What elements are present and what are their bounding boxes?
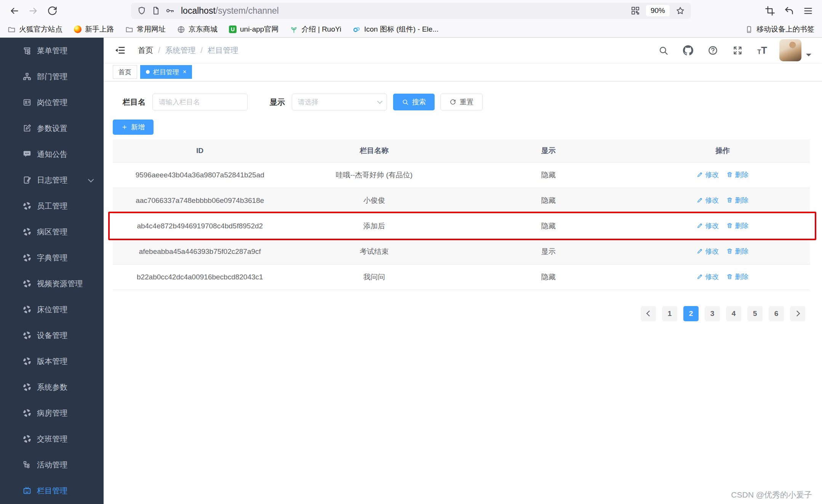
shield-icon[interactable] bbox=[137, 6, 146, 15]
folder-icon bbox=[8, 26, 16, 33]
plus-icon bbox=[122, 124, 128, 130]
page-3-button[interactable]: 3 bbox=[705, 306, 720, 321]
back-button[interactable] bbox=[6, 3, 22, 19]
bookmark-getting-started[interactable]: 新手上路 bbox=[74, 24, 114, 34]
edit-link[interactable]: 修改 bbox=[697, 221, 719, 230]
guide-icon bbox=[23, 383, 31, 391]
delete-link[interactable]: 删除 bbox=[726, 247, 748, 256]
qr-code-icon[interactable] bbox=[631, 6, 640, 15]
breadcrumb-item[interactable]: 首页 bbox=[138, 45, 153, 56]
cell-name: 添加后 bbox=[287, 213, 462, 239]
sidebar-item-menu-management[interactable]: 菜单管理 bbox=[0, 38, 104, 64]
edit-link[interactable]: 修改 bbox=[697, 196, 719, 205]
sidebar-item-notice-management[interactable]: 通知公告 bbox=[0, 141, 104, 167]
channel-table: ID栏目名称显示操作 9596aeee43b04a36a9807a52841b2… bbox=[113, 139, 810, 290]
sidebar-item-dept-management[interactable]: 部门管理 bbox=[0, 64, 104, 89]
sidebar-item-post-management[interactable]: 岗位管理 bbox=[0, 89, 104, 115]
sidebar-item-device-management[interactable]: 设备管理 bbox=[0, 322, 104, 348]
page-icon[interactable] bbox=[151, 6, 160, 15]
page-1-button[interactable]: 1 bbox=[662, 306, 677, 321]
reload-button[interactable] bbox=[44, 3, 60, 19]
avatar-dropdown-caret[interactable] bbox=[806, 54, 811, 59]
bookmark-jd-mall[interactable]: 京东商城 bbox=[177, 24, 217, 34]
bookmark-firefox-official[interactable]: 火狐官方站点 bbox=[8, 24, 62, 34]
sidebar-item-version-management[interactable]: 版本管理 bbox=[0, 348, 104, 374]
breadcrumb-item[interactable]: 系统管理 bbox=[165, 45, 196, 56]
select-placeholder: 请选择 bbox=[298, 97, 318, 107]
top-navbar: 首页/系统管理/栏目管理 TT bbox=[104, 38, 822, 63]
edit-link[interactable]: 修改 bbox=[697, 247, 719, 256]
column-header: 操作 bbox=[636, 139, 810, 162]
sidebar-item-video-resource-management[interactable]: 视频资源管理 bbox=[0, 271, 104, 297]
delete-link[interactable]: 删除 bbox=[726, 221, 748, 230]
bookmark-mobile-bookmarks[interactable]: 移动设备上的书签 bbox=[745, 24, 814, 34]
close-icon[interactable]: × bbox=[183, 69, 186, 75]
url-bar[interactable]: localhost/system/channel 90% bbox=[131, 3, 691, 19]
prev-page-button[interactable] bbox=[641, 306, 656, 321]
tag-channel-management[interactable]: 栏目管理× bbox=[140, 65, 192, 79]
sidebar-item-dict-management[interactable]: 字典管理 bbox=[0, 245, 104, 271]
add-button[interactable]: 新增 bbox=[113, 120, 154, 135]
url-host: localhost bbox=[181, 6, 216, 16]
fold-sidebar-icon[interactable] bbox=[114, 45, 126, 56]
next-page-button[interactable] bbox=[790, 306, 805, 321]
github-icon[interactable] bbox=[683, 45, 693, 56]
forward-button[interactable] bbox=[25, 3, 41, 19]
display-select[interactable]: 请选择 bbox=[292, 94, 387, 110]
bookmark-label: 新手上路 bbox=[85, 24, 114, 34]
page-5-button[interactable]: 5 bbox=[747, 306, 763, 321]
globe-icon bbox=[177, 26, 185, 33]
cell-display: 显示 bbox=[461, 239, 636, 264]
table-row: afebeabba45a446393b75f02c287a9cf考试结束显示修改… bbox=[113, 239, 810, 264]
help-icon[interactable] bbox=[708, 45, 718, 56]
breadcrumb-separator: / bbox=[158, 46, 160, 55]
sidebar-item-room-management[interactable]: 病房管理 bbox=[0, 400, 104, 426]
reset-button[interactable]: 重置 bbox=[440, 94, 483, 110]
cell-display: 隐藏 bbox=[461, 264, 636, 290]
zoom-level-badge[interactable]: 90% bbox=[646, 5, 670, 16]
page-6-button[interactable]: 6 bbox=[769, 306, 784, 321]
sidebar-item-shift-management[interactable]: 交班管理 bbox=[0, 426, 104, 452]
cell-actions: 修改删除 bbox=[636, 239, 810, 264]
breadcrumb-item[interactable]: 栏目管理 bbox=[208, 45, 238, 56]
bookmarks-bar: 火狐官方站点新手上路常用网址京东商城Uuni-app官网介绍 | RuoYiIc… bbox=[0, 21, 822, 37]
bookmark-star-icon[interactable] bbox=[676, 6, 685, 15]
avatar[interactable] bbox=[779, 39, 801, 61]
bookmark-label: 移动设备上的书签 bbox=[756, 24, 814, 34]
bookmark-element-icons[interactable]: Icon 图标 (组件) - Ele... bbox=[353, 24, 438, 34]
sidebar-item-bed-management[interactable]: 床位管理 bbox=[0, 297, 104, 322]
bookmark-ruoyi-intro[interactable]: 介绍 | RuoYi bbox=[290, 24, 341, 34]
chevron-down-icon bbox=[377, 99, 382, 104]
bookmark-label: Icon 图标 (组件) - Ele... bbox=[364, 24, 438, 34]
edit-link[interactable]: 修改 bbox=[697, 272, 719, 281]
search-button[interactable]: 搜索 bbox=[393, 94, 435, 110]
sidebar-item-log-management[interactable]: 日志管理 bbox=[0, 167, 104, 193]
sidebar-item-activity-management[interactable]: 活动管理 bbox=[0, 452, 104, 478]
sidebar-item-param-settings[interactable]: 参数设置 bbox=[0, 115, 104, 141]
tag-home[interactable]: 首页 bbox=[113, 65, 137, 79]
fullscreen-icon[interactable] bbox=[732, 45, 743, 56]
sidebar-item-channel-management[interactable]: 栏目管理 bbox=[0, 478, 104, 504]
undo-icon[interactable] bbox=[781, 3, 797, 19]
sidebar-item-ward-area-management[interactable]: 病区管理 bbox=[0, 219, 104, 245]
delete-link[interactable]: 删除 bbox=[726, 272, 748, 281]
edit-link[interactable]: 修改 bbox=[697, 170, 719, 179]
chevron-down-icon bbox=[88, 176, 94, 182]
delete-link[interactable]: 删除 bbox=[726, 196, 748, 205]
screenshot-icon[interactable] bbox=[762, 3, 778, 19]
watermark: CSDN @优秀的小爰子 bbox=[731, 490, 812, 500]
bookmark-common-sites[interactable]: 常用网址 bbox=[125, 24, 166, 34]
cell-id: aac7066337a748ebbbb06e0974b3618e bbox=[113, 188, 287, 213]
screen: localhost/system/channel 90% 火狐官方站点新手上路常… bbox=[0, 0, 822, 504]
bookmark-uniapp-site[interactable]: Uuni-app官网 bbox=[229, 24, 278, 34]
cell-actions: 修改删除 bbox=[636, 264, 810, 290]
page-4-button[interactable]: 4 bbox=[726, 306, 741, 321]
channel-name-input[interactable] bbox=[152, 94, 248, 110]
search-icon[interactable] bbox=[658, 45, 668, 56]
sidebar-item-staff-management[interactable]: 员工管理 bbox=[0, 193, 104, 219]
font-size-icon[interactable]: TT bbox=[757, 45, 767, 55]
page-2-button[interactable]: 2 bbox=[683, 306, 699, 321]
sidebar-item-system-params[interactable]: 系统参数 bbox=[0, 374, 104, 400]
menu-icon[interactable] bbox=[800, 3, 816, 19]
delete-link[interactable]: 删除 bbox=[726, 170, 748, 179]
